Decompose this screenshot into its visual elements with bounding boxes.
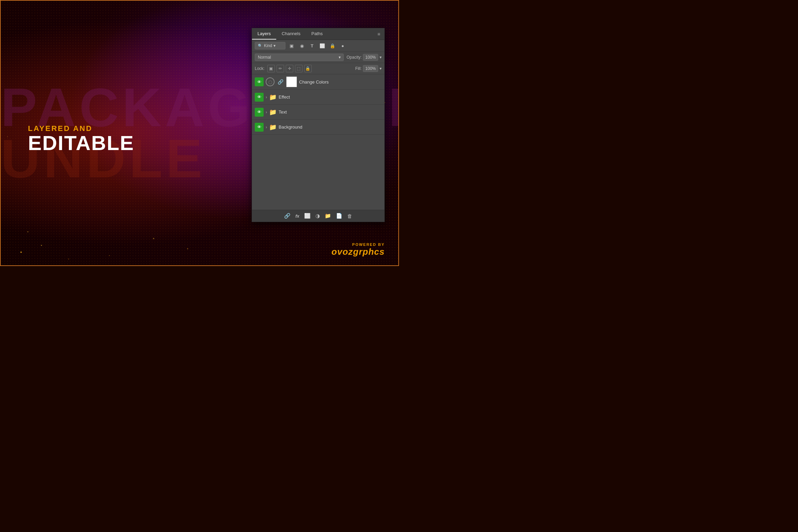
tab-channels[interactable]: Channels <box>276 28 306 40</box>
tab-layers[interactable]: Layers <box>252 28 276 40</box>
footer-btn-mask[interactable]: ◑ <box>315 213 320 219</box>
layer-row-change-colors[interactable]: 👁 ◯ 🔗 Change Colors <box>252 74 384 90</box>
watermark: POWERED BY ovozgrphcs <box>331 242 385 257</box>
opacity-value[interactable]: 100% <box>363 54 378 61</box>
panel-menu-icon[interactable]: ≡ <box>373 29 384 40</box>
lock-icon-brush[interactable]: ✏ <box>277 65 284 72</box>
fill-value[interactable]: 100% <box>363 65 378 72</box>
footer-btn-delete[interactable]: 🗑 <box>347 213 352 219</box>
layer-name-effect: Effect <box>279 94 382 100</box>
eye-icon-background: 👁 <box>257 124 262 130</box>
eye-icon-text: 👁 <box>257 109 262 115</box>
kind-dropdown-arrow: ▾ <box>274 43 276 48</box>
panel-tabs-row: Layers Channels Paths ≡ <box>252 28 384 40</box>
tab-paths[interactable]: Paths <box>306 28 328 40</box>
lock-row: Lock: ▣ ✏ ✛ ⬚ 🔒 Fill: 100% ▾ <box>252 63 384 74</box>
footer-btn-fx[interactable]: fx <box>295 213 299 219</box>
opacity-label: Opacity: <box>346 55 361 60</box>
folder-icon-effect: 📁 <box>269 93 277 101</box>
blend-dropdown-arrow: ▾ <box>339 55 341 60</box>
layer-link-icon: 🔗 <box>277 78 284 86</box>
layer-name-background: Background <box>279 124 382 130</box>
kind-row: 🔍 Kind ▾ ▣ ◉ T ⬜ 🔒 ● <box>252 40 384 52</box>
footer-btn-new-fill[interactable]: ⬜ <box>304 213 311 219</box>
fill-group: Fill: 100% ▾ <box>355 65 382 72</box>
footer-btn-new-layer[interactable]: 📄 <box>336 213 342 219</box>
kind-icon-shape[interactable]: ⬜ <box>318 42 326 49</box>
eye-icon-effect: 👁 <box>257 94 262 100</box>
lock-icon-move[interactable]: ✛ <box>286 65 293 72</box>
eye-btn-background[interactable]: 👁 <box>255 123 264 132</box>
blend-opacity-row: Normal ▾ Opacity: 100% ▾ <box>252 52 384 63</box>
blend-mode-value: Normal <box>258 55 271 60</box>
kind-select[interactable]: 🔍 Kind ▾ <box>255 42 285 49</box>
footer-btn-link[interactable]: 🔗 <box>284 213 291 219</box>
layers-list: 👁 ◯ 🔗 Change Colors 👁 › 📁 Effect <box>252 74 384 135</box>
blend-mode-select[interactable]: Normal ▾ <box>255 54 344 61</box>
brand-name: ovozgrphcs <box>331 247 385 257</box>
kind-icon-pixel[interactable]: ● <box>339 42 347 49</box>
eye-btn-change-colors[interactable]: 👁 <box>255 77 264 86</box>
circle-inner: ◯ <box>268 80 272 84</box>
kind-icon-smart[interactable]: 🔒 <box>328 42 337 49</box>
kind-icon-image[interactable]: ▣ <box>287 42 296 49</box>
layer-chevron-text[interactable]: › <box>266 110 267 115</box>
folder-icon-text: 📁 <box>269 108 277 116</box>
fill-label: Fill: <box>355 66 362 71</box>
layer-row-effect[interactable]: 👁 › 📁 Effect <box>252 90 384 105</box>
eye-btn-effect[interactable]: 👁 <box>255 93 264 102</box>
layer-circle-icon: ◯ <box>266 77 275 86</box>
search-icon: 🔍 <box>258 44 263 48</box>
layer-thumb-white <box>286 76 297 87</box>
layer-chevron-background[interactable]: › <box>266 125 267 130</box>
main-canvas: PACKAGE STR UNDLE LAYERED AND EDITABLE L… <box>0 0 399 266</box>
lock-icon-all[interactable]: 🔒 <box>304 65 312 72</box>
layer-row-text[interactable]: 👁 › 📁 Text <box>252 105 384 120</box>
layers-panel: Layers Channels Paths ≡ 🔍 Kind ▾ ▣ ◉ T ⬜… <box>252 28 385 222</box>
eye-icon: 👁 <box>257 79 262 85</box>
opacity-group: Opacity: 100% ▾ <box>346 54 382 61</box>
eye-btn-text[interactable]: 👁 <box>255 108 264 117</box>
center-text-block: LAYERED AND EDITABLE <box>28 124 134 153</box>
layer-name-text: Text <box>279 109 382 115</box>
powered-by-label: POWERED BY <box>331 242 385 247</box>
kind-label: Kind <box>264 43 272 48</box>
kind-icon-text[interactable]: T <box>308 42 316 49</box>
kind-icon-adjustment[interactable]: ◉ <box>298 42 306 49</box>
panel-empty-area <box>252 135 384 210</box>
footer-btn-folder[interactable]: 📁 <box>325 213 331 219</box>
lock-icon-checkerboard[interactable]: ▣ <box>267 65 275 72</box>
folder-icon-background: 📁 <box>269 123 277 131</box>
panel-footer: 🔗 fx ⬜ ◑ 📁 📄 🗑 <box>252 210 384 222</box>
fill-arrow[interactable]: ▾ <box>380 66 382 71</box>
layer-name-change-colors: Change Colors <box>299 79 382 85</box>
lock-icons-group: ▣ ✏ ✛ ⬚ 🔒 <box>267 65 312 72</box>
lock-icon-artboard[interactable]: ⬚ <box>295 65 302 72</box>
editable-label: EDITABLE <box>28 133 134 153</box>
lock-label: Lock: <box>255 66 265 71</box>
layer-chevron-effect[interactable]: › <box>266 95 267 100</box>
layer-row-background[interactable]: 👁 › 📁 Background <box>252 120 384 135</box>
opacity-arrow[interactable]: ▾ <box>380 55 382 60</box>
